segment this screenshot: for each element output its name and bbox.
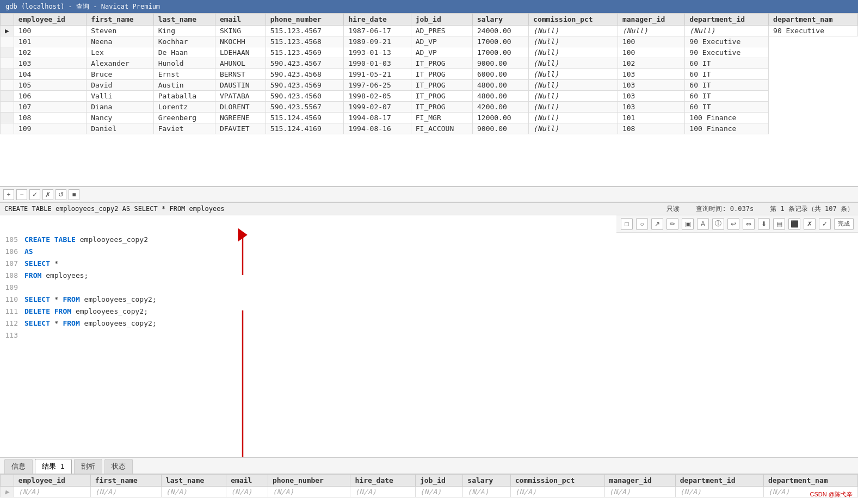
table-row[interactable]: 105DavidAustinDAUSTIN590.423.45691997-06…: [1, 80, 858, 91]
remove-row-button[interactable]: −: [16, 189, 27, 200]
table-cell: 90 Executive: [685, 47, 769, 58]
keyword: FROM: [63, 319, 79, 327]
table-row[interactable]: 101NeenaKochharNKOCHH515.123.45681989-09…: [1, 36, 858, 47]
stop-button[interactable]: ■: [69, 189, 79, 200]
code-editor-area[interactable]: 105CREATE TABLE emplooyees_copy2106AS107…: [0, 215, 858, 457]
resize-button[interactable]: ⇔: [743, 218, 755, 230]
table-cell: 1989-09-21: [344, 36, 411, 47]
tab-信息[interactable]: 信息: [4, 459, 33, 474]
result-col-header-employee_id[interactable]: employee_id: [14, 475, 90, 487]
tab-结果 1[interactable]: 结果 1: [35, 459, 72, 474]
fill-button[interactable]: ⬛: [788, 218, 800, 230]
pen-tool-button[interactable]: ✏: [666, 218, 678, 230]
result-col-header-manager_id[interactable]: manager_id: [604, 475, 675, 487]
result-col-header-first_name[interactable]: first_name: [90, 475, 161, 487]
tab-剖析[interactable]: 剖析: [74, 459, 102, 474]
col-header-department_nam[interactable]: department_nam: [769, 14, 858, 26]
circle-tool-button[interactable]: ○: [636, 218, 648, 230]
confirm-button[interactable]: ✓: [29, 189, 40, 200]
table-cell: 90 Executive: [769, 26, 858, 36]
add-row-button[interactable]: +: [3, 189, 14, 200]
table-cell: IT_PROG: [411, 80, 472, 91]
col-header-last_name[interactable]: last_name: [153, 14, 215, 26]
cancel-button[interactable]: ✗: [42, 189, 53, 200]
table-cell: 1993-01-13: [344, 47, 411, 58]
top-data-grid[interactable]: employee_idfirst_namelast_nameemailphone…: [0, 13, 858, 187]
undo-button[interactable]: ↩: [727, 218, 739, 230]
keyword: DELETE: [24, 307, 50, 315]
col-header-phone_number[interactable]: phone_number: [266, 14, 344, 26]
table-cell: (Null): [529, 47, 618, 58]
table-button[interactable]: ▤: [773, 218, 785, 230]
download-button[interactable]: ⬇: [758, 218, 770, 230]
table-cell: 9000.00: [473, 58, 529, 69]
bottom-tabs: 信息结果 1剖析状态: [0, 457, 858, 474]
result-grid[interactable]: employee_idfirst_namelast_nameemailphone…: [0, 474, 858, 504]
table-cell: 4800.00: [473, 91, 529, 102]
result-col-header-department_nam[interactable]: department_nam: [763, 475, 857, 487]
table-cell: 17000.00: [473, 36, 529, 47]
table-cell: 102: [14, 47, 86, 58]
code-line: 113: [0, 331, 858, 343]
table-cell: DLORENT: [215, 102, 266, 113]
col-header-employee_id[interactable]: employee_id: [14, 14, 86, 26]
result-cell: (N/A): [268, 487, 350, 497]
col-header-hire_date[interactable]: hire_date: [344, 14, 411, 26]
result-cell: (N/A): [161, 487, 226, 497]
close-editor-button[interactable]: ✗: [804, 218, 816, 230]
result-col-header-commission_pct[interactable]: commission_pct: [510, 475, 604, 487]
result-col-header-phone_number[interactable]: phone_number: [268, 475, 350, 487]
col-header-email[interactable]: email: [215, 14, 266, 26]
result-row-indicator: [1, 475, 14, 487]
col-header-first_name[interactable]: first_name: [87, 14, 153, 26]
table-row[interactable]: 103AlexanderHunoldAHUNOL590.423.45671990…: [1, 58, 858, 69]
table-cell: 105: [14, 80, 86, 91]
code-text: emplooyees_copy2: [76, 235, 148, 244]
col-header-job_id[interactable]: job_id: [411, 14, 472, 26]
result-col-header-job_id[interactable]: job_id: [415, 475, 462, 487]
table-row[interactable]: ▶100StevenKingSKING515.123.45671987-06-1…: [1, 26, 858, 36]
result-col-header-hire_date[interactable]: hire_date: [350, 475, 415, 487]
tab-状态[interactable]: 状态: [104, 459, 133, 474]
col-header-manager_id[interactable]: manager_id: [618, 14, 684, 26]
col-header-department_id[interactable]: department_id: [685, 14, 769, 26]
result-col-header-email[interactable]: email: [226, 475, 268, 487]
rect-tool-button[interactable]: □: [621, 218, 633, 230]
table-cell: 103: [618, 91, 684, 102]
col-header-commission_pct[interactable]: commission_pct: [529, 14, 618, 26]
code-text: *: [50, 319, 63, 327]
table-cell: 100: [618, 36, 684, 47]
query-editor[interactable]: □ ○ ↗ ✏ ▣ A ⓘ ↩ ⇔ ⬇ ▤ ⬛ ✗ ✓ 完成 105CREATE…: [0, 215, 858, 457]
table-row[interactable]: 108NancyGreenbergNGREENE515.124.45691994…: [1, 113, 858, 123]
table-cell: IT_PROG: [411, 102, 472, 113]
table-cell: (Null): [529, 58, 618, 69]
result-col-header-last_name[interactable]: last_name: [161, 475, 226, 487]
result-cell: (N/A): [14, 487, 90, 497]
table-cell: AD_VP: [411, 36, 472, 47]
text-tool-button[interactable]: A: [697, 218, 709, 230]
table-cell: (Null): [529, 123, 618, 134]
check-button[interactable]: ✓: [819, 218, 831, 230]
table-cell: 100: [14, 26, 86, 36]
code-line: 106AS: [0, 247, 858, 259]
result-col-header-department_id[interactable]: department_id: [675, 475, 763, 487]
refresh-button[interactable]: ↺: [55, 189, 66, 200]
complete-button[interactable]: 完成: [834, 218, 854, 230]
table-row[interactable]: 107DianaLorentzDLORENT590.423.55671999-0…: [1, 102, 858, 113]
table-row[interactable]: 104BruceErnstBERNST590.423.45681991-05-2…: [1, 69, 858, 80]
keyword: SELECT: [24, 319, 50, 327]
table-row[interactable]: 109DanielFavietDFAVIET515.124.41691994-0…: [1, 123, 858, 134]
line-content: AS: [24, 247, 858, 256]
table-cell: 103: [618, 102, 684, 113]
result-col-header-salary[interactable]: salary: [463, 475, 510, 487]
table-cell: BERNST: [215, 69, 266, 80]
image-tool-button[interactable]: ▣: [682, 218, 694, 230]
table-row[interactable]: 106ValliPataballaVPATABA590.423.45601998…: [1, 91, 858, 102]
info-tool-button[interactable]: ⓘ: [712, 218, 724, 230]
code-line: 108FROM employees;: [0, 271, 858, 283]
keyword: FROM: [54, 307, 71, 315]
table-cell: (Null): [529, 102, 618, 113]
table-row[interactable]: 102LexDe HaanLDEHAAN515.123.45691993-01-…: [1, 47, 858, 58]
arrow-tool-button[interactable]: ↗: [651, 218, 663, 230]
col-header-salary[interactable]: salary: [473, 14, 529, 26]
